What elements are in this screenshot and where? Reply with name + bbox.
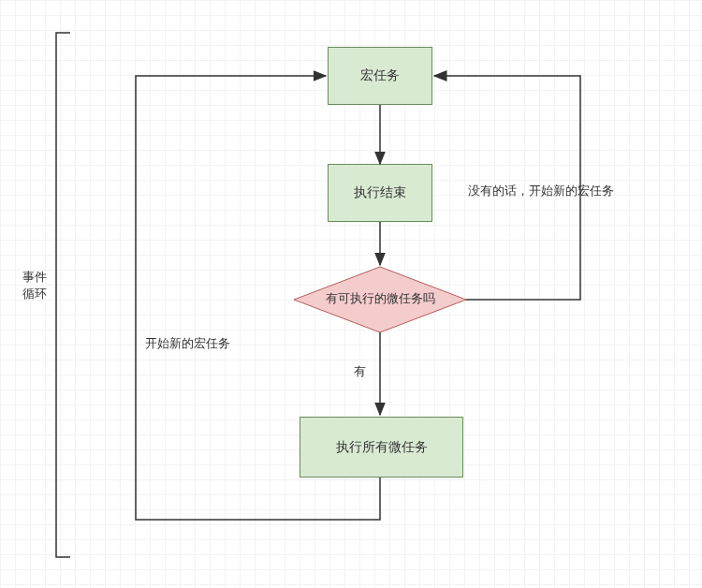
arrow-decision-no [434,76,580,300]
node-decision: 有可执行的微任务吗 [294,267,466,332]
node-decision-label: 有可执行的微任务吗 [326,291,435,305]
bracket-path [56,33,70,557]
diagram-svg: 有可执行的微任务吗 [0,0,702,588]
